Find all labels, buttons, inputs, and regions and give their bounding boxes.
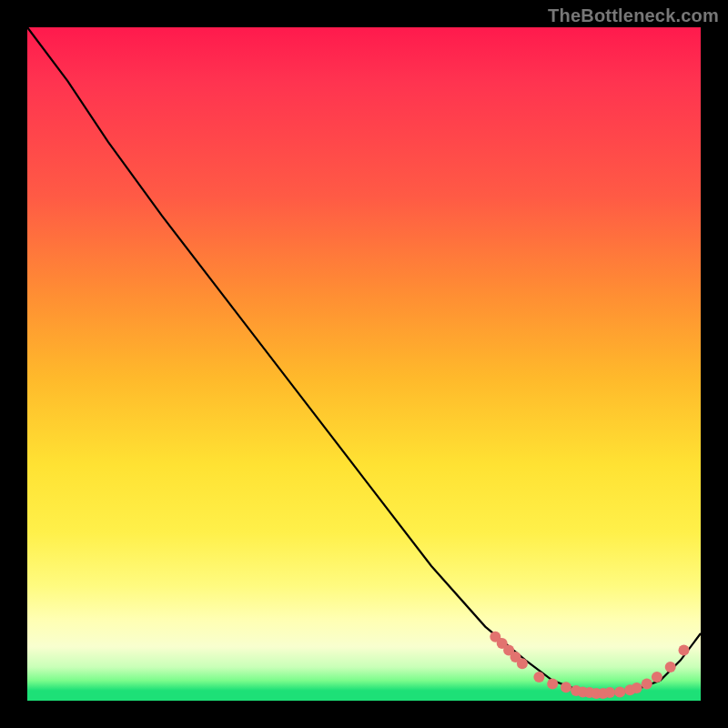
curve-marker [547,679,558,690]
curve-marker [642,679,652,690]
curve-svg [27,27,701,701]
curve-marker [533,672,544,682]
curve-marker [665,662,676,672]
curve-marker [604,687,615,698]
curve-marker [652,672,662,682]
curve-marker [679,645,690,656]
chart-frame: TheBottleneck.com [0,0,728,728]
plot-area [27,27,701,701]
bottleneck-curve [27,27,701,694]
curve-marker [614,686,625,697]
curve-marker [517,658,528,669]
curve-markers [490,632,689,699]
curve-marker [632,682,642,693]
watermark-text: TheBottleneck.com [548,5,719,26]
curve-marker [561,682,571,693]
